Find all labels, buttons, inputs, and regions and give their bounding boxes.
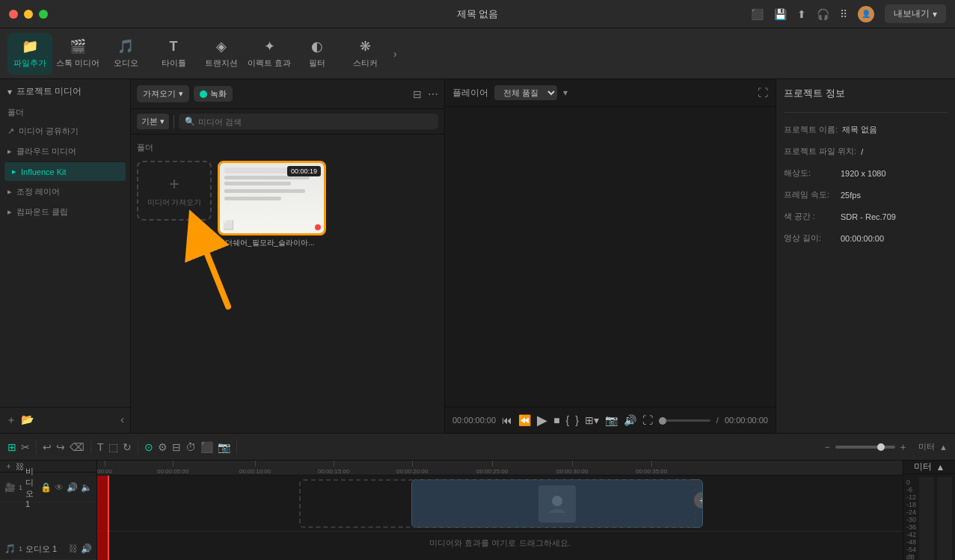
toolbar-expand-icon[interactable]: › [393, 48, 397, 60]
video-track-tools: 🔒 👁 🔊 🔈 [40, 482, 92, 493]
timeline-tool-trim[interactable]: ✂ [21, 441, 30, 453]
volume-minus-icon[interactable]: － [823, 440, 832, 454]
prev-frame-button[interactable]: ⏮ [502, 414, 512, 426]
save-icon[interactable]: 💾 [774, 8, 787, 20]
tool-audio[interactable]: 🎵 오디오 [103, 33, 148, 75]
prop-project-name-value: 제목 없음 [842, 124, 877, 135]
sidebar-item-adjust[interactable]: ▸ 조정 레이어 [0, 182, 130, 202]
avatar-icon[interactable]: 👤 [858, 6, 874, 22]
timeline-tool-undo[interactable]: ↩ [43, 441, 52, 453]
snapshot-button[interactable]: 📷 [605, 414, 618, 426]
headphone-icon[interactable]: 🎧 [817, 8, 829, 20]
sidebar-item-compound[interactable]: ▸ 컴파운드 클립 [0, 202, 130, 222]
project-media-header[interactable]: ▾ 프로젝트 미디어 [0, 79, 130, 104]
rewind-button[interactable]: ⏪ [518, 414, 531, 426]
ruler-label-6: 00:00:30:00 [556, 468, 588, 475]
video-eye-icon[interactable]: 👁 [55, 482, 64, 493]
tool-file-add-label: 파일추가 [13, 58, 46, 69]
audio-link-icon[interactable]: ⛓ [69, 544, 78, 554]
timeline-header-spacer: ＋ ⛓ [0, 461, 96, 473]
timeline-tool-screenshot[interactable]: 📷 [218, 441, 230, 453]
add-to-timeline-button[interactable]: ⊞▾ [585, 414, 599, 426]
tool-effects[interactable]: ✦ 이펙트 효과 [247, 33, 292, 75]
monitor-icon[interactable]: ⬛ [751, 8, 764, 20]
search-input-wrap[interactable]: 🔍 [179, 114, 438, 129]
minimize-button[interactable] [24, 10, 33, 19]
grid-icon[interactable]: ⠿ [840, 8, 847, 20]
quality-dropdown[interactable]: 전체 품질 [494, 85, 557, 100]
tool-filter[interactable]: ◐ 필터 [295, 33, 340, 75]
mark-in-button[interactable]: { [566, 414, 570, 426]
meter-title-chevron[interactable]: ▲ [936, 462, 945, 473]
play-button[interactable]: ▶ [537, 412, 547, 428]
video-lock-icon[interactable]: 🔒 [40, 482, 52, 493]
record-button[interactable]: 녹화 [194, 86, 233, 102]
search-mode-dropdown[interactable]: 기본 ▾ [137, 114, 169, 129]
link-icon[interactable]: ⛓ [16, 462, 24, 471]
add-media-button[interactable]: + 미디어 가져오기 [137, 161, 212, 221]
prop-duration: 영상 길이: 00:00:00:00 [784, 230, 948, 246]
add-track-icon[interactable]: ＋ [4, 461, 13, 472]
influence-kit-icon: ▸ [12, 167, 16, 176]
sidebar-item-cloud[interactable]: ▸ 클라우드 미디어 [0, 141, 130, 161]
tool-titles-label: 타이틀 [162, 58, 186, 69]
tool-stock-media[interactable]: 🎬 스톡 미디어 [55, 33, 100, 75]
mark-out-button[interactable]: } [575, 414, 579, 426]
close-button[interactable] [9, 10, 18, 19]
preview-progress-slider[interactable] [659, 419, 710, 422]
volume-button[interactable]: 🔊 [624, 414, 636, 426]
fullscreen-button[interactable]: ⛶ [642, 414, 653, 426]
volume-slider[interactable] [835, 446, 895, 449]
panel-collapse-icon[interactable]: ‹ [120, 413, 124, 427]
meter-level-4: -24 [906, 508, 916, 516]
video-mute-icon[interactable]: 🔈 [81, 482, 92, 493]
tool-transitions[interactable]: ◈ 트랜지션 [199, 33, 244, 75]
tool-titles[interactable]: T 타이틀 [151, 33, 196, 75]
playhead[interactable] [108, 476, 109, 560]
timeline-tool-crop[interactable]: ⬚ [108, 441, 118, 453]
filter-options-icon[interactable]: ⊟ [413, 88, 422, 100]
timeline-tool-delete[interactable]: ⌫ [70, 441, 85, 453]
audio-speaker-icon[interactable]: 🔊 [81, 544, 92, 554]
meter-label: 미터 [918, 441, 935, 452]
timeline-tool-rotate[interactable]: ↻ [123, 441, 132, 453]
media-thumb-name: 원더쉐어_필모라_슬라이아... [218, 238, 326, 248]
prop-color-value: SDR - Rec.709 [841, 212, 896, 221]
sidebar-item-influence-kit[interactable]: ▸ Influence Kit [4, 162, 126, 181]
upload-icon[interactable]: ⬆ [797, 8, 806, 20]
panel-add-icon[interactable]: ＋ [6, 413, 16, 427]
timeline-tool-redo[interactable]: ↪ [56, 441, 65, 453]
meter-level-1: -6 [906, 486, 916, 493]
export-button[interactable]: 내보내기 ▾ [885, 4, 946, 23]
audio-track-tools: ⛓ 🔊 [69, 544, 92, 554]
cloud-label: 클라우드 미디어 [16, 146, 76, 157]
media-thumbnail[interactable]: 00:00:19 ⬜ [218, 161, 326, 236]
video-track-lane[interactable]: + [97, 476, 903, 532]
timeline-tool-speed[interactable]: ⏱ [185, 441, 196, 453]
preview-expand-icon[interactable]: ⛶ [758, 87, 768, 99]
panel-folder-icon[interactable]: 📂 [21, 413, 34, 427]
import-button[interactable]: 가져오기 ▾ [137, 85, 189, 102]
ruler-line-4 [412, 461, 413, 467]
timeline-tool-auto[interactable]: ⚙ [158, 441, 168, 453]
search-mode-label: 기본 [141, 117, 158, 126]
sidebar-item-share[interactable]: ↗ 미디어 공유하기 [0, 121, 130, 141]
search-input[interactable] [198, 117, 432, 126]
tool-file-add[interactable]: 📁 파일추가 [7, 33, 52, 75]
timeline-tool-snap[interactable]: ⊙ [144, 441, 153, 453]
thumb-corner-icon: ⬜ [223, 220, 234, 230]
stop-button[interactable]: ■ [553, 414, 559, 426]
meter-chevron-icon[interactable]: ▲ [939, 443, 948, 452]
more-options-icon[interactable]: ⋯ [428, 88, 438, 100]
timeline-tool-text[interactable]: T [97, 441, 104, 453]
audio-icon: 🎵 [117, 38, 134, 55]
tool-sticker[interactable]: ❋ 스티커 [343, 33, 387, 75]
timeline-tool-ai[interactable]: ⬛ [200, 441, 213, 453]
maximize-button[interactable] [39, 10, 48, 19]
timeline-tool-clip[interactable]: ⊟ [172, 441, 181, 453]
volume-plus-icon[interactable]: ＋ [898, 440, 908, 454]
search-bar: 기본 ▾ 🔍 [131, 109, 444, 135]
media-panel: 가져오기 ▾ 녹화 ⊟ ⋯ 기본 ▾ 🔍 폴더 [131, 79, 445, 433]
video-speaker-icon[interactable]: 🔊 [67, 482, 78, 493]
timeline-tool-select[interactable]: ⊞ [7, 441, 16, 453]
